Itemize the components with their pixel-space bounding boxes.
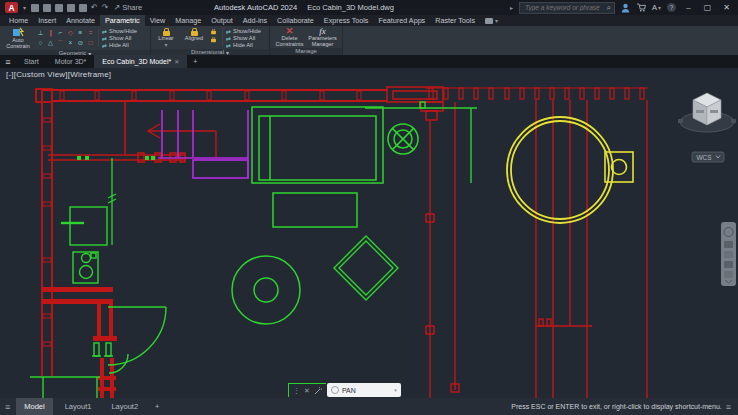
tab-manage[interactable]: Manage [170,15,206,26]
help-button[interactable]: ? [667,3,676,12]
command-recent-dropdown-icon[interactable]: ▾ [394,387,397,393]
doc-tab-eco-cabin[interactable]: Eco Cabin_3D Model* ✕ [94,55,187,68]
doc-tabs-menu-icon[interactable]: ≡ [0,55,16,68]
constraint-icon[interactable]: ⊙ [76,38,85,47]
redo-icon[interactable]: ↷ [102,4,109,12]
constraint-icon[interactable]: = [86,28,95,37]
panel-separator [98,28,99,46]
view-cube[interactable] [678,93,736,132]
linear-dimension-button[interactable]: Linear ▾ [154,27,178,48]
open-file-icon[interactable] [43,4,51,12]
constraint-icon[interactable]: ∥ [46,28,55,37]
layout2-tab[interactable]: Layout2 [103,398,146,415]
aligned-dimension-button[interactable]: Aligned [181,27,207,42]
tab-parametric[interactable]: Parametric [100,15,145,26]
geometric-hide-all[interactable]: ⇄ Hide All [102,42,137,48]
deck-boards[interactable] [426,100,647,398]
hot-tub[interactable] [507,117,613,223]
tab-featured-apps[interactable]: Featured Apps [373,15,430,26]
model-space-canvas[interactable]: [-][Custom View][Wireframe] [0,68,738,398]
close-button[interactable]: ✕ [720,3,733,12]
doc-tab-start[interactable]: Start [16,55,47,68]
constraint-icon[interactable]: ⌒ [56,38,65,47]
share-button[interactable]: ↗ Share [113,3,142,12]
dim-constraint-icon[interactable] [211,39,216,43]
geometric-show-hide[interactable]: ⇄ Show/Hide [102,28,137,34]
command-drag-handle[interactable]: ⋮ [293,387,300,394]
ribbon-display-toggle[interactable]: ▾ [480,15,503,26]
tab-home[interactable]: Home [4,15,33,26]
navigation-bar[interactable] [721,222,736,286]
counter-edge[interactable] [108,158,116,245]
constraint-icon[interactable]: ⊥ [36,28,45,37]
layout-menu-icon[interactable]: ≡ [5,402,10,412]
command-line-window[interactable]: ⋮ ✕ PAN ▾ [288,383,401,397]
viewport-controls[interactable]: [-][Custom View][Wireframe] [6,70,111,79]
model-tab[interactable]: Model [16,398,52,415]
bottom-room[interactable] [30,377,100,398]
undo-icon[interactable]: ↶ [91,4,98,12]
constraint-icon[interactable]: × [66,38,75,47]
autodesk-account-button[interactable]: A ▾ [652,3,661,12]
constraint-icon[interactable]: □ [86,38,95,47]
search-input[interactable] [523,3,605,12]
constraint-icon[interactable]: ◇ [66,28,75,37]
layout1-tab[interactable]: Layout1 [57,398,100,415]
tab-annotate[interactable]: Annotate [61,15,100,26]
autocad-logo[interactable]: A [5,2,18,13]
plot-icon[interactable] [79,4,87,12]
bed[interactable] [252,107,383,183]
tab-output[interactable]: Output [206,15,238,26]
delete-constraints-button[interactable]: ✕ Delete Constraints [275,27,305,48]
constraint-icon[interactable]: ○ [36,38,45,47]
new-layout-button[interactable]: + [150,402,164,411]
app-menu-dropdown-icon[interactable]: ▾ [23,4,26,11]
tab-collaborate[interactable]: Collaborate [272,15,319,26]
doc-tab-motor3d[interactable]: Motor 3D* [47,55,95,68]
parameters-manager-button[interactable]: fx Parameters Manager [308,27,338,48]
entry-steps[interactable] [387,87,443,120]
dimensional-show-hide[interactable]: ⇄ Show/Hide [226,28,261,34]
staircase[interactable] [158,110,248,178]
ceiling-fan-symbol[interactable] [388,124,418,154]
desk[interactable] [273,193,357,227]
wcs-dropdown[interactable]: WCS [692,152,724,162]
search-icon[interactable]: ⌕ [606,4,610,12]
stair-direction-arrow[interactable] [148,124,216,157]
minimize-button[interactable]: – [682,3,695,12]
deck-railing[interactable] [425,88,648,99]
command-input[interactable]: PAN ▾ [327,383,401,397]
tab-insert[interactable]: Insert [33,15,61,26]
cooktop[interactable] [73,252,98,283]
round-table[interactable] [232,256,300,324]
exterior-walls[interactable] [36,89,388,376]
dim-constraint-icon[interactable] [211,31,216,35]
auto-constrain-button[interactable]: Auto Constrain [3,27,33,50]
wall-studs[interactable] [43,91,361,346]
app-store-cart-icon[interactable] [636,3,646,12]
constraint-icon[interactable]: △ [46,38,55,47]
sign-in-person-icon[interactable] [621,3,630,13]
tab-add-ins[interactable]: Add-ins [238,15,272,26]
save-as-icon[interactable] [67,4,75,12]
floor-plan-drawing[interactable]: WCS [0,68,738,398]
geometric-show-all[interactable]: ⇄ Show All [102,35,137,41]
rotated-square-table[interactable] [334,236,398,300]
closet[interactable] [365,102,477,183]
tab-view[interactable]: View [145,15,170,26]
close-tab-icon[interactable]: ✕ [174,58,179,65]
customization-menu-icon[interactable]: ≡ [726,402,731,412]
kitchen-sink[interactable] [61,207,107,245]
dimensional-show-all[interactable]: ⇄ Show All [226,35,261,41]
restore-button[interactable]: ▢ [701,3,714,12]
tab-raster-tools[interactable]: Raster Tools [430,15,480,26]
command-customize-wrench-icon[interactable] [314,387,322,395]
constraint-icon[interactable]: ≡ [76,28,85,37]
constraint-icon[interactable]: ⌐ [56,28,65,37]
search-history-chevron-icon[interactable]: ▸ [510,4,513,11]
new-drawing-button[interactable]: + [187,55,203,68]
command-close-icon[interactable]: ✕ [304,387,310,394]
save-icon[interactable] [55,4,63,12]
new-file-icon[interactable] [31,4,39,12]
tab-express-tools[interactable]: Express Tools [319,15,374,26]
